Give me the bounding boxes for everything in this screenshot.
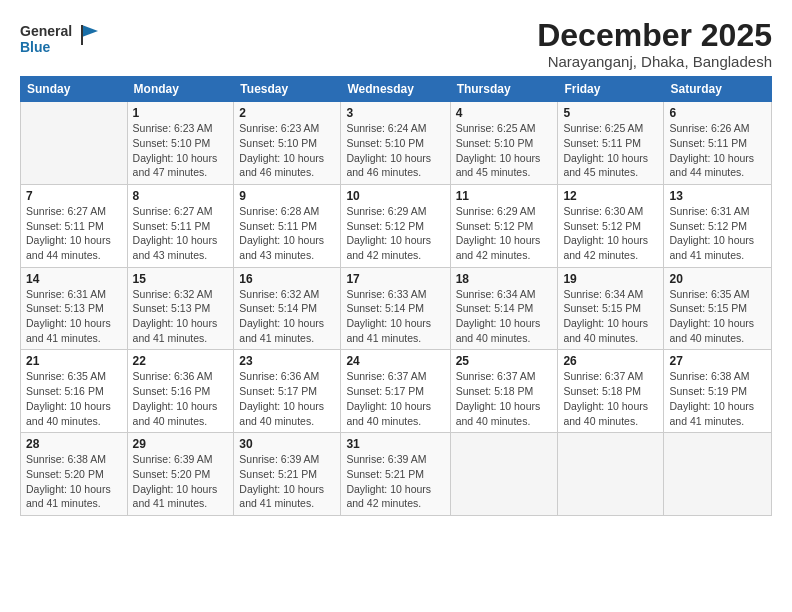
day-number: 16 [239, 272, 335, 286]
calendar-cell: 14Sunrise: 6:31 AM Sunset: 5:13 PM Dayli… [21, 267, 128, 350]
calendar-cell: 7Sunrise: 6:27 AM Sunset: 5:11 PM Daylig… [21, 184, 128, 267]
day-info: Sunrise: 6:31 AM Sunset: 5:13 PM Dayligh… [26, 287, 122, 346]
day-number: 13 [669, 189, 766, 203]
svg-marker-2 [82, 25, 98, 37]
day-info: Sunrise: 6:35 AM Sunset: 5:15 PM Dayligh… [669, 287, 766, 346]
day-info: Sunrise: 6:33 AM Sunset: 5:14 PM Dayligh… [346, 287, 444, 346]
day-number: 31 [346, 437, 444, 451]
day-number: 20 [669, 272, 766, 286]
calendar-week-5: 28Sunrise: 6:38 AM Sunset: 5:20 PM Dayli… [21, 433, 772, 516]
calendar-cell [450, 433, 558, 516]
day-number: 30 [239, 437, 335, 451]
day-info: Sunrise: 6:30 AM Sunset: 5:12 PM Dayligh… [563, 204, 658, 263]
col-saturday: Saturday [664, 77, 772, 102]
day-number: 25 [456, 354, 553, 368]
calendar-cell: 28Sunrise: 6:38 AM Sunset: 5:20 PM Dayli… [21, 433, 128, 516]
day-info: Sunrise: 6:32 AM Sunset: 5:13 PM Dayligh… [133, 287, 229, 346]
calendar-cell: 17Sunrise: 6:33 AM Sunset: 5:14 PM Dayli… [341, 267, 450, 350]
calendar-cell: 31Sunrise: 6:39 AM Sunset: 5:21 PM Dayli… [341, 433, 450, 516]
day-number: 29 [133, 437, 229, 451]
logo-svg: General Blue [20, 18, 100, 58]
svg-text:Blue: Blue [20, 39, 51, 55]
calendar-cell: 18Sunrise: 6:34 AM Sunset: 5:14 PM Dayli… [450, 267, 558, 350]
day-info: Sunrise: 6:34 AM Sunset: 5:15 PM Dayligh… [563, 287, 658, 346]
day-info: Sunrise: 6:37 AM Sunset: 5:18 PM Dayligh… [563, 369, 658, 428]
col-friday: Friday [558, 77, 664, 102]
day-number: 19 [563, 272, 658, 286]
day-number: 2 [239, 106, 335, 120]
calendar-cell: 9Sunrise: 6:28 AM Sunset: 5:11 PM Daylig… [234, 184, 341, 267]
calendar-cell: 22Sunrise: 6:36 AM Sunset: 5:16 PM Dayli… [127, 350, 234, 433]
day-info: Sunrise: 6:39 AM Sunset: 5:21 PM Dayligh… [346, 452, 444, 511]
calendar-cell: 24Sunrise: 6:37 AM Sunset: 5:17 PM Dayli… [341, 350, 450, 433]
day-info: Sunrise: 6:27 AM Sunset: 5:11 PM Dayligh… [26, 204, 122, 263]
calendar-cell: 27Sunrise: 6:38 AM Sunset: 5:19 PM Dayli… [664, 350, 772, 433]
calendar-cell: 8Sunrise: 6:27 AM Sunset: 5:11 PM Daylig… [127, 184, 234, 267]
day-number: 24 [346, 354, 444, 368]
day-info: Sunrise: 6:32 AM Sunset: 5:14 PM Dayligh… [239, 287, 335, 346]
day-info: Sunrise: 6:26 AM Sunset: 5:11 PM Dayligh… [669, 121, 766, 180]
day-info: Sunrise: 6:35 AM Sunset: 5:16 PM Dayligh… [26, 369, 122, 428]
calendar-cell: 1Sunrise: 6:23 AM Sunset: 5:10 PM Daylig… [127, 102, 234, 185]
header: General Blue December 2025 Narayanganj, … [20, 18, 772, 70]
day-info: Sunrise: 6:27 AM Sunset: 5:11 PM Dayligh… [133, 204, 229, 263]
svg-text:General: General [20, 23, 72, 39]
day-info: Sunrise: 6:36 AM Sunset: 5:17 PM Dayligh… [239, 369, 335, 428]
day-info: Sunrise: 6:25 AM Sunset: 5:11 PM Dayligh… [563, 121, 658, 180]
month-title: December 2025 [537, 18, 772, 53]
calendar-table: Sunday Monday Tuesday Wednesday Thursday… [20, 76, 772, 516]
day-info: Sunrise: 6:37 AM Sunset: 5:17 PM Dayligh… [346, 369, 444, 428]
calendar-cell: 12Sunrise: 6:30 AM Sunset: 5:12 PM Dayli… [558, 184, 664, 267]
calendar-cell: 16Sunrise: 6:32 AM Sunset: 5:14 PM Dayli… [234, 267, 341, 350]
calendar-cell: 3Sunrise: 6:24 AM Sunset: 5:10 PM Daylig… [341, 102, 450, 185]
day-number: 18 [456, 272, 553, 286]
day-number: 14 [26, 272, 122, 286]
day-number: 21 [26, 354, 122, 368]
calendar-cell: 2Sunrise: 6:23 AM Sunset: 5:10 PM Daylig… [234, 102, 341, 185]
day-number: 10 [346, 189, 444, 203]
day-info: Sunrise: 6:28 AM Sunset: 5:11 PM Dayligh… [239, 204, 335, 263]
day-number: 23 [239, 354, 335, 368]
calendar-cell: 11Sunrise: 6:29 AM Sunset: 5:12 PM Dayli… [450, 184, 558, 267]
day-info: Sunrise: 6:37 AM Sunset: 5:18 PM Dayligh… [456, 369, 553, 428]
col-thursday: Thursday [450, 77, 558, 102]
day-info: Sunrise: 6:24 AM Sunset: 5:10 PM Dayligh… [346, 121, 444, 180]
day-number: 12 [563, 189, 658, 203]
day-number: 15 [133, 272, 229, 286]
calendar-week-2: 7Sunrise: 6:27 AM Sunset: 5:11 PM Daylig… [21, 184, 772, 267]
header-row: Sunday Monday Tuesday Wednesday Thursday… [21, 77, 772, 102]
calendar-week-1: 1Sunrise: 6:23 AM Sunset: 5:10 PM Daylig… [21, 102, 772, 185]
title-area: December 2025 Narayanganj, Dhaka, Bangla… [537, 18, 772, 70]
calendar-cell [558, 433, 664, 516]
calendar-week-3: 14Sunrise: 6:31 AM Sunset: 5:13 PM Dayli… [21, 267, 772, 350]
day-info: Sunrise: 6:31 AM Sunset: 5:12 PM Dayligh… [669, 204, 766, 263]
day-info: Sunrise: 6:29 AM Sunset: 5:12 PM Dayligh… [346, 204, 444, 263]
calendar-cell: 6Sunrise: 6:26 AM Sunset: 5:11 PM Daylig… [664, 102, 772, 185]
location: Narayanganj, Dhaka, Bangladesh [537, 53, 772, 70]
col-wednesday: Wednesday [341, 77, 450, 102]
calendar-cell: 29Sunrise: 6:39 AM Sunset: 5:20 PM Dayli… [127, 433, 234, 516]
col-tuesday: Tuesday [234, 77, 341, 102]
day-number: 6 [669, 106, 766, 120]
day-number: 7 [26, 189, 122, 203]
day-info: Sunrise: 6:39 AM Sunset: 5:21 PM Dayligh… [239, 452, 335, 511]
day-number: 27 [669, 354, 766, 368]
calendar-cell: 20Sunrise: 6:35 AM Sunset: 5:15 PM Dayli… [664, 267, 772, 350]
day-number: 1 [133, 106, 229, 120]
calendar-cell: 5Sunrise: 6:25 AM Sunset: 5:11 PM Daylig… [558, 102, 664, 185]
col-sunday: Sunday [21, 77, 128, 102]
day-info: Sunrise: 6:34 AM Sunset: 5:14 PM Dayligh… [456, 287, 553, 346]
day-info: Sunrise: 6:36 AM Sunset: 5:16 PM Dayligh… [133, 369, 229, 428]
day-number: 26 [563, 354, 658, 368]
day-info: Sunrise: 6:23 AM Sunset: 5:10 PM Dayligh… [133, 121, 229, 180]
logo: General Blue [20, 18, 100, 58]
calendar-cell: 19Sunrise: 6:34 AM Sunset: 5:15 PM Dayli… [558, 267, 664, 350]
calendar-cell [664, 433, 772, 516]
calendar-cell: 26Sunrise: 6:37 AM Sunset: 5:18 PM Dayli… [558, 350, 664, 433]
day-number: 9 [239, 189, 335, 203]
calendar-cell: 23Sunrise: 6:36 AM Sunset: 5:17 PM Dayli… [234, 350, 341, 433]
col-monday: Monday [127, 77, 234, 102]
day-number: 4 [456, 106, 553, 120]
day-number: 28 [26, 437, 122, 451]
day-number: 22 [133, 354, 229, 368]
